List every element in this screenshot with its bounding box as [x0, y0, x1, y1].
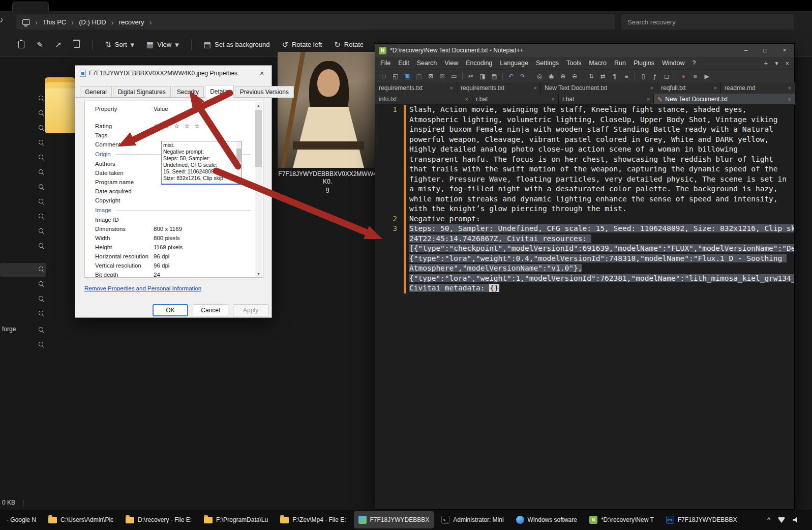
pin-icon[interactable] — [38, 213, 44, 219]
pin-icon[interactable] — [38, 280, 44, 287]
zoom-out-icon[interactable]: ⊖ — [570, 72, 579, 81]
close-tab-icon[interactable]: × — [785, 60, 789, 67]
close-icon[interactable]: × — [534, 85, 537, 91]
scroll-down-icon[interactable]: ▼ — [255, 270, 262, 278]
breadcrumb[interactable]: › This PC › (D:) HDD › recovery › — [16, 14, 615, 30]
rotate-right-button[interactable]: ↻ Rotate — [334, 40, 364, 49]
pin-icon[interactable] — [38, 139, 44, 145]
tab-rbat-2[interactable]: r.bat× — [559, 94, 654, 105]
undo-icon[interactable]: ↶ — [506, 72, 516, 81]
close-icon[interactable]: × — [257, 69, 267, 77]
copy-icon[interactable]: ◨ — [478, 72, 487, 81]
menu-file[interactable]: File — [380, 60, 390, 67]
close-icon[interactable]: × — [650, 85, 653, 91]
apply-button[interactable]: Apply — [233, 304, 268, 316]
close-icon[interactable]: × — [714, 85, 717, 91]
zoom-in-icon[interactable]: ⊕ — [558, 72, 567, 81]
taskbar-item-terminal[interactable]: >_ Administrator: Mini — [437, 511, 508, 528]
taskbar-item-google[interactable]: - Google N — [2, 511, 41, 528]
pin-icon[interactable] — [38, 183, 44, 190]
share-icon[interactable]: ↗ — [55, 40, 62, 49]
close-icon[interactable]: × — [788, 96, 791, 102]
taskbar-item-pictures-folder[interactable]: C:\Users\Admin\Pic — [44, 511, 118, 528]
print-icon[interactable]: ▭ — [449, 72, 459, 81]
scrollbar-thumb[interactable] — [255, 110, 262, 167]
search-input[interactable]: Search recovery — [621, 14, 794, 30]
sidebar-item-forge[interactable]: forge — [2, 326, 16, 333]
tab-list-icon[interactable]: ▼ — [774, 61, 779, 66]
redo-icon[interactable]: ↷ — [518, 72, 527, 81]
file-card[interactable]: F7F18JYWYDEBBBXV0XX2MWW4K0. g — [278, 52, 377, 193]
cut-icon[interactable]: ✂ — [466, 72, 475, 81]
editor-area[interactable]: 1 Slash, Action movie, swinging the staf… — [375, 104, 794, 509]
close-icon[interactable]: × — [647, 96, 650, 102]
taskbar-item-photoshop[interactable]: Ps F7F18JYWYDEBBBX — [661, 511, 742, 528]
play-macro-icon[interactable]: ▶ — [702, 72, 711, 81]
view-button[interactable]: ▦ View ▾ — [146, 40, 179, 49]
doc-switcher-icon[interactable]: ◻ — [662, 72, 671, 81]
thumbnail-image[interactable] — [278, 52, 377, 168]
pin-icon[interactable] — [38, 168, 44, 175]
pin-icon[interactable] — [38, 227, 44, 234]
pin-icon[interactable] — [38, 109, 44, 116]
menu-tools[interactable]: Tools — [566, 60, 581, 67]
pin-icon[interactable] — [38, 326, 44, 333]
rating-stars[interactable]: ☆ ☆ ☆ ☆ ☆ — [154, 123, 201, 130]
breadcrumb-drive[interactable]: (D:) HDD — [79, 18, 106, 26]
list-scrollbar[interactable]: ▲ ▼ — [255, 102, 262, 278]
tab-previous-versions[interactable]: Previous Versions — [235, 86, 294, 98]
comments-scrollbar[interactable] — [236, 141, 241, 184]
menu-macro[interactable]: Macro — [589, 60, 607, 67]
doc-map-icon[interactable]: ▯ — [639, 72, 648, 81]
new-tab-icon[interactable]: + — [764, 59, 768, 67]
taskbar-item-image-viewer[interactable]: F7F18JYWYDEBBBX — [354, 511, 434, 528]
open-file-icon[interactable]: ◱ — [391, 72, 400, 81]
minimize-icon[interactable]: – — [736, 44, 756, 57]
chevron-icon[interactable]: › — [111, 18, 114, 26]
tab-info[interactable]: info.txt× — [375, 94, 472, 105]
paste-icon[interactable] — [18, 41, 24, 48]
notepadpp-title-bar[interactable]: N *D:\recovery\New Text Document.txt - N… — [375, 44, 794, 57]
pin-icon[interactable] — [38, 95, 44, 101]
close-icon[interactable]: × — [788, 85, 791, 91]
sync-vertical-icon[interactable]: ⇅ — [587, 72, 596, 81]
pin-icon[interactable] — [38, 124, 44, 131]
pin-icon[interactable] — [38, 242, 44, 249]
pin-icon[interactable] — [38, 154, 44, 160]
rotate-left-button[interactable]: ↺ Rotate left — [282, 40, 322, 49]
save-all-icon[interactable]: ◫ — [414, 72, 424, 81]
new-file-icon[interactable]: □ — [379, 72, 388, 81]
close-all-icon[interactable]: ⊠ — [438, 72, 447, 81]
chevron-icon[interactable]: › — [149, 18, 152, 26]
tab-new-text-document-1[interactable]: New Text Document.txt× — [541, 82, 657, 94]
scroll-up-icon[interactable]: ▲ — [255, 102, 262, 109]
tab-reqfull[interactable]: reqfull.txt× — [657, 82, 721, 94]
chevron-icon[interactable]: › — [71, 18, 74, 26]
pin-icon[interactable] — [38, 198, 44, 204]
pin-icon[interactable] — [38, 341, 44, 347]
ok-button[interactable]: OK — [153, 304, 188, 316]
show-symbols-icon[interactable]: ≡ — [622, 72, 631, 81]
tab-readme[interactable]: readme.md× — [721, 82, 795, 94]
explorer-window-tab[interactable] — [12, 2, 49, 11]
maximize-icon[interactable]: □ — [756, 44, 775, 57]
close-icon[interactable]: × — [465, 96, 468, 102]
menu-run[interactable]: Run — [614, 60, 626, 67]
stop-macro-icon[interactable]: ■ — [690, 72, 700, 81]
paste-icon[interactable]: ▤ — [490, 72, 499, 81]
menu-view[interactable]: View — [444, 60, 458, 67]
menu-settings[interactable]: Settings — [536, 60, 559, 67]
delete-icon[interactable] — [74, 41, 80, 48]
refresh-icon[interactable]: ↻ — [0, 15, 3, 25]
menu-help[interactable]: ? — [692, 60, 696, 67]
tab-general[interactable]: General — [80, 86, 112, 98]
save-icon[interactable]: ▣ — [403, 72, 412, 81]
tray-expand-icon[interactable]: ^ — [767, 516, 770, 523]
remove-properties-link[interactable]: Remove Properties and Personal Informati… — [84, 285, 201, 291]
taskbar-item-programdata-folder[interactable]: F:\ProgramData\Lu — [199, 511, 273, 528]
set-as-background-button[interactable]: ▤ Set as background — [204, 40, 270, 49]
taskbar-item-notepadpp[interactable]: N *D:\recovery\New T — [585, 511, 658, 528]
sort-button[interactable]: ⇅ Sort ▾ — [105, 40, 134, 49]
tab-details[interactable]: Details — [205, 85, 234, 98]
breadcrumb-folder[interactable]: recovery — [119, 18, 144, 26]
